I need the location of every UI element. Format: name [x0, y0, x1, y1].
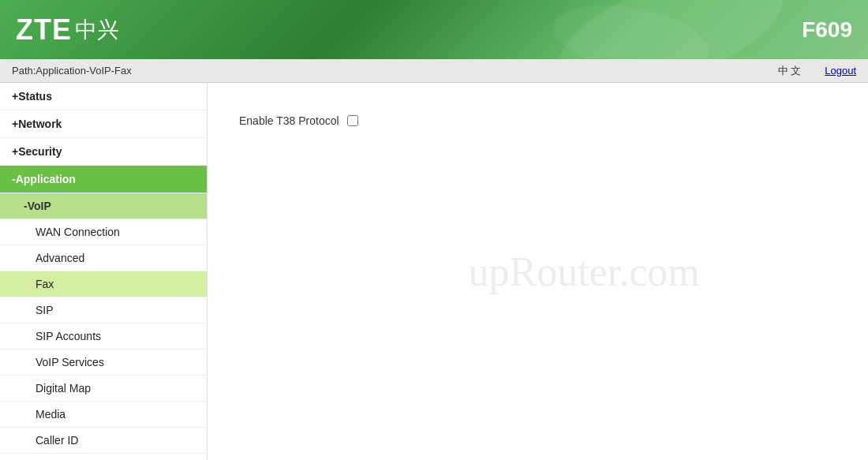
- header: ZTE 中兴 F609: [0, 0, 868, 59]
- sidebar-item-digital-map[interactable]: Digital Map: [0, 376, 207, 402]
- sidebar-item-network[interactable]: +Network: [0, 110, 207, 138]
- sidebar-item-voip[interactable]: -VoIP: [0, 193, 207, 219]
- sidebar-item-status[interactable]: +Status: [0, 83, 207, 110]
- content-area: upRouter.com Enable T38 Protocol: [208, 83, 868, 460]
- nav-bar: Path:Application-VoIP-Fax 中 文 Logout: [0, 59, 868, 83]
- sidebar-item-sip-accounts[interactable]: SIP Accounts: [0, 323, 207, 350]
- sidebar-item-voip-services[interactable]: VoIP Services: [0, 350, 207, 376]
- sidebar-item-application[interactable]: -Application: [0, 166, 207, 193]
- sidebar-item-sip[interactable]: SIP: [0, 297, 207, 323]
- sidebar-item-advanced[interactable]: Advanced: [0, 245, 207, 271]
- nav-actions: 中 文 Logout: [778, 64, 856, 78]
- language-button[interactable]: 中 文: [778, 64, 802, 78]
- sidebar-item-slic-configuration[interactable]: SLIC configuration: [0, 454, 207, 460]
- sidebar-item-media[interactable]: Media: [0, 402, 207, 428]
- sidebar-item-fax[interactable]: Fax: [0, 271, 207, 297]
- enable-t38-label: Enable T38 Protocol: [239, 114, 339, 127]
- logo: ZTE 中兴: [16, 13, 119, 47]
- sidebar-item-caller-id[interactable]: Caller ID: [0, 428, 207, 454]
- sidebar-item-wan-connection[interactable]: WAN Connection: [0, 219, 207, 245]
- enable-t38-row: Enable T38 Protocol: [239, 114, 836, 127]
- main-layout: +Status +Network +Security -Application …: [0, 83, 868, 460]
- breadcrumb: Path:Application-VoIP-Fax: [12, 65, 132, 77]
- logout-button[interactable]: Logout: [825, 65, 856, 77]
- sidebar: +Status +Network +Security -Application …: [0, 83, 208, 460]
- logo-zte: ZTE: [16, 13, 72, 47]
- logo-chinese: 中兴: [75, 15, 119, 45]
- sidebar-item-security[interactable]: +Security: [0, 138, 207, 166]
- model-name: F609: [802, 17, 852, 43]
- enable-t38-checkbox[interactable]: [347, 115, 358, 126]
- watermark: upRouter.com: [469, 249, 700, 295]
